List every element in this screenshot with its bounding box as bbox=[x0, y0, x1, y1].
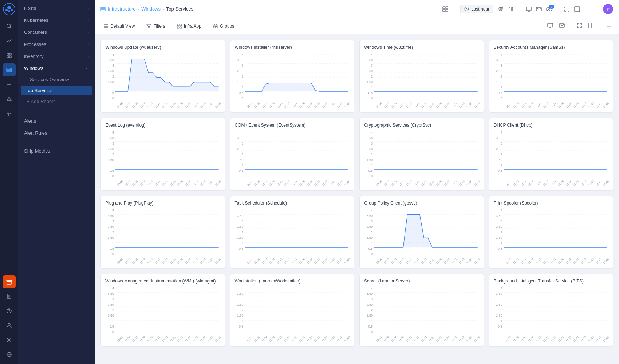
svg-point-63 bbox=[216, 24, 217, 26]
infra-app-button[interactable]: Infra App bbox=[174, 22, 204, 30]
filterbar-monitor-icon[interactable] bbox=[546, 21, 555, 31]
chart-title: Event Log (eventlog) bbox=[105, 123, 220, 128]
chart-card[interactable]: Cryptographic Services (CryptSvc)43.5032… bbox=[359, 118, 484, 191]
breadcrumb-sep-1: › bbox=[138, 7, 139, 11]
filterbar-split-icon[interactable] bbox=[587, 21, 596, 31]
charts-content: Windows Update (wuauserv)43.5032.5021.50… bbox=[95, 34, 619, 364]
chart-card[interactable]: COM+ Event System (EventSystem)43.5032.5… bbox=[230, 118, 355, 191]
x-axis-labels: 10:5511:0011:0411:0811:1211:1711:2111:25… bbox=[374, 260, 479, 263]
chart-title: COM+ Event System (EventSystem) bbox=[235, 123, 350, 128]
sidebar-item-top-services[interactable]: Top Services bbox=[21, 86, 92, 95]
sidebar-item-alert-rules[interactable]: Alert Rules bbox=[18, 127, 95, 139]
link-icon[interactable]: 0 bbox=[546, 6, 552, 12]
chart-title: Plug and Play (PlugPlay) bbox=[105, 201, 220, 206]
topbar-divider-2 bbox=[520, 5, 520, 13]
svg-rect-8 bbox=[9, 53, 11, 55]
chart-card[interactable]: Print Spooler (Spooler)43.5032.5021.5010… bbox=[489, 196, 614, 269]
nav-team-icon[interactable] bbox=[3, 319, 16, 332]
filters-label: Filters bbox=[153, 24, 165, 29]
x-axis-labels: 10:5511:0011:0411:0811:1211:1711:2111:25… bbox=[504, 104, 609, 107]
breadcrumb: Infrastructure › Windows › Top Services bbox=[100, 6, 193, 12]
nav-earth-icon[interactable] bbox=[3, 348, 16, 361]
chart-card[interactable]: Windows Management Instrumentation (WMI)… bbox=[100, 274, 225, 347]
default-view-button[interactable]: Default View bbox=[100, 22, 138, 30]
link-badge: 0 bbox=[549, 5, 554, 9]
nav-observability-icon[interactable] bbox=[3, 34, 16, 47]
sidebar-item-services-overview[interactable]: Services Overview bbox=[18, 74, 95, 85]
chart-card[interactable]: Windows Update (wuauserv)43.5032.5021.50… bbox=[100, 40, 225, 113]
sidebar-item-processes[interactable]: Processes › bbox=[18, 38, 95, 50]
chart-card[interactable]: Server (LanmanServer)43.5032.5021.5010.5… bbox=[359, 274, 484, 347]
monitor-icon[interactable] bbox=[526, 6, 532, 12]
svg-rect-43 bbox=[443, 9, 445, 12]
chart-title: Windows Update (wuauserv) bbox=[105, 45, 220, 50]
chart-card[interactable]: Plug and Play (PlugPlay)43.5032.5021.501… bbox=[100, 196, 225, 269]
topbar-right: Last hour 0 bbox=[442, 4, 613, 14]
refresh-icon[interactable] bbox=[498, 6, 504, 12]
more-options-icon[interactable]: ··· bbox=[592, 5, 599, 13]
time-label: Last hour bbox=[471, 7, 489, 12]
chart-area: 43.5032.5021.5010.5010:5511:0011:0411:08… bbox=[494, 286, 609, 341]
sidebar-item-kubernetes[interactable]: Kubernetes › bbox=[18, 14, 95, 26]
pause-icon[interactable] bbox=[508, 6, 514, 12]
nav-gift-icon[interactable] bbox=[3, 275, 16, 288]
nav-alerts-icon[interactable] bbox=[3, 92, 16, 106]
nav-infrastructure-icon[interactable] bbox=[3, 63, 16, 76]
add-report-button[interactable]: + Add Report bbox=[18, 96, 95, 107]
svg-rect-67 bbox=[559, 24, 564, 27]
chart-card[interactable]: Windows Installer (msiserver)43.5032.502… bbox=[230, 40, 355, 113]
expand-icon[interactable] bbox=[564, 6, 570, 12]
nav-news-icon[interactable] bbox=[3, 290, 16, 303]
nav-search-icon[interactable] bbox=[3, 20, 16, 33]
svg-point-62 bbox=[214, 24, 215, 26]
chart-title: Windows Time (w32time) bbox=[364, 45, 479, 50]
sidebar-item-inventory[interactable]: Inventory › bbox=[18, 50, 95, 62]
nav-help-icon[interactable] bbox=[3, 304, 16, 317]
breadcrumb-windows[interactable]: Windows bbox=[141, 6, 161, 12]
app-logo[interactable] bbox=[3, 3, 15, 15]
svg-point-33 bbox=[9, 312, 9, 312]
y-axis-labels: 43.5032.5021.5010.50 bbox=[364, 131, 374, 178]
infra-app-icon bbox=[177, 24, 182, 29]
user-avatar[interactable]: P bbox=[603, 4, 613, 14]
y-axis-labels: 43.5032.5021.5010.50 bbox=[105, 53, 115, 100]
sidebar-item-containers[interactable]: Containers › bbox=[18, 26, 95, 38]
chart-card[interactable]: Windows Time (w32time)43.5032.5021.5010.… bbox=[359, 40, 484, 113]
groups-button[interactable]: Groups bbox=[210, 22, 237, 30]
x-axis-labels: 10:5511:0011:0411:0811:1211:1711:2111:25… bbox=[245, 260, 350, 263]
filterbar-mail-icon[interactable] bbox=[557, 21, 566, 31]
sidebar-item-ship-metrics[interactable]: Ship Metrics bbox=[18, 145, 95, 157]
nav-settings-icon[interactable] bbox=[3, 333, 16, 347]
chart-area: 43.5032.5021.5010.5010:5511:0011:0411:08… bbox=[105, 53, 220, 107]
chart-card[interactable]: Group Policy Client (gpsvc)43.5032.5021.… bbox=[359, 196, 484, 269]
sidebar-item-alerts[interactable]: Alerts bbox=[18, 115, 95, 127]
breadcrumb-infrastructure[interactable]: Infrastructure bbox=[108, 6, 136, 12]
sidebar-item-hosts[interactable]: Hosts › bbox=[18, 2, 95, 14]
grid-view-icon[interactable] bbox=[442, 6, 448, 12]
chart-card[interactable]: Task Scheduler (Schedule)43.5032.5021.50… bbox=[230, 196, 355, 269]
filterbar-more-icon[interactable]: ··· bbox=[605, 21, 613, 31]
chart-card[interactable]: Security Accounts Manager (SamSs)43.5032… bbox=[489, 40, 614, 113]
filterbar-divider bbox=[571, 23, 571, 30]
chart-card[interactable]: Background Intelligent Transfer Service … bbox=[489, 274, 614, 347]
topbar-divider-1 bbox=[454, 5, 454, 13]
chart-title: Task Scheduler (Schedule) bbox=[235, 201, 350, 206]
chart-card[interactable]: Workstation (LanmanWorkstation)43.5032.5… bbox=[230, 274, 355, 347]
filterbar-expand-icon[interactable] bbox=[575, 21, 584, 31]
chart-card[interactable]: DHCP Client (Dhcp)43.5032.5021.5010.5010… bbox=[489, 118, 614, 191]
time-range-selector[interactable]: Last hour bbox=[460, 5, 493, 13]
sidebar-item-windows[interactable]: Windows ⌄ bbox=[18, 62, 95, 74]
nav-apm-icon[interactable] bbox=[3, 49, 16, 62]
chart-area: 43.5032.5021.5010.5010:5511:0011:0411:08… bbox=[235, 131, 350, 185]
chart-card[interactable]: Event Log (eventlog)43.5032.5021.5010.50… bbox=[100, 118, 225, 191]
mail-icon[interactable] bbox=[536, 6, 542, 12]
breadcrumb-sep-2: › bbox=[163, 7, 164, 11]
x-axis-labels: 10:5511:0011:0411:0811:1211:1711:2111:25… bbox=[245, 182, 350, 185]
nav-logs-icon[interactable] bbox=[3, 78, 16, 91]
y-axis-labels: 43.5032.5021.5010.50 bbox=[235, 53, 245, 100]
nav-settings2-icon[interactable] bbox=[3, 107, 16, 120]
split-view-icon[interactable] bbox=[574, 6, 580, 12]
chart-title: Cryptographic Services (CryptSvc) bbox=[364, 123, 479, 128]
filters-button[interactable]: Filters bbox=[143, 22, 168, 30]
svg-point-24 bbox=[9, 113, 11, 114]
